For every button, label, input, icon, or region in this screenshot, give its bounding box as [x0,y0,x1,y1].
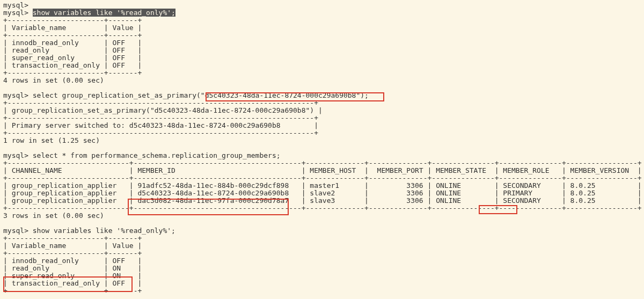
cmd2-arg: "d5c40323-48da-11ec-8724-000c29a690b8"); [201,91,369,99]
terminal-output: mysql> mysql> show variables like '%read… [0,0,644,298]
selected-command: show variables like '%read_only%'; [33,9,175,17]
